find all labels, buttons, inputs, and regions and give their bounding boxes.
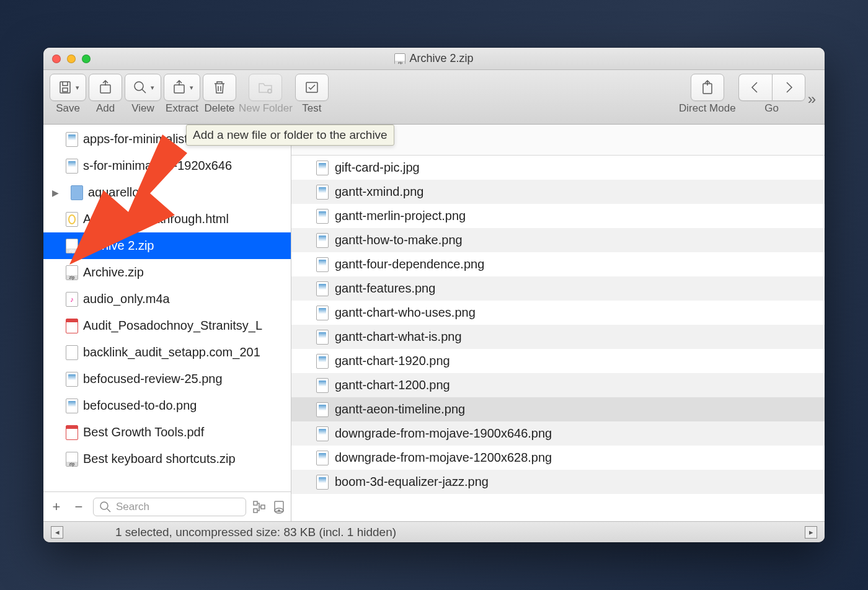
svg-point-9 [100, 502, 108, 509]
test-label: Test [302, 102, 321, 115]
file-row[interactable]: gantt-chart-1200.png [291, 373, 825, 397]
file-row[interactable]: gantt-four-dependence.png [291, 252, 825, 276]
svg-rect-4 [174, 85, 184, 93]
file-row[interactable]: gantt-chart-what-is.png [291, 325, 825, 349]
sidebar-item[interactable]: Audit_Posadochnoy_Stranitsy_L [43, 312, 291, 339]
image-file-icon [316, 402, 329, 417]
sidebar-item-label: befocused-review-25.png [83, 372, 223, 386]
sidebar-item[interactable]: s-for-minimalists-1920x646 [43, 152, 291, 179]
sidebar-list[interactable]: apps-for-minimalists-1200x628s-for-minim… [43, 125, 291, 491]
new-folder-button[interactable] [249, 74, 282, 101]
file-name-label: boom-3d-equalizer-jazz.png [335, 475, 489, 489]
search-icon [99, 500, 112, 514]
img-file-icon [66, 159, 78, 174]
add-button[interactable] [89, 74, 122, 101]
archive-icon [394, 53, 405, 64]
content-pane: Name gift-card-pic.jpggantt-xmind.pnggan… [291, 125, 825, 521]
direct-mode-icon [699, 79, 716, 96]
search-placeholder: Search [116, 501, 149, 513]
extract-button[interactable]: ▾ [164, 74, 200, 101]
view-label: View [131, 102, 154, 115]
file-row[interactable]: downgrade-from-mojave-1900x646.png [291, 421, 825, 446]
sidebar-item-label: backlink_audit_setapp.com_201 [83, 345, 260, 359]
sidebar-item-label: Best Growth Tools.pdf [83, 425, 204, 439]
status-left-button[interactable]: ◂ [51, 526, 63, 539]
status-text: 1 selected, uncompressed size: 83 KB (in… [63, 526, 805, 539]
chevron-down-icon: ▾ [190, 84, 193, 92]
extract-icon [170, 79, 188, 96]
sidebar-item-label: Archive.zip [83, 265, 144, 280]
go-back-button[interactable] [738, 74, 772, 101]
save-button[interactable]: ▾ [50, 74, 86, 101]
file-row[interactable]: gift-card-pic.jpg [291, 156, 825, 180]
delete-button[interactable] [203, 74, 236, 101]
file-name-label: gantt-features.png [335, 281, 435, 296]
sidebar-item[interactable]: ▶aquarello [43, 179, 291, 206]
save-label: Save [56, 102, 80, 115]
test-button[interactable] [295, 74, 329, 101]
file-row[interactable]: gantt-chart-1920.png [291, 349, 825, 373]
file-name-label: downgrade-from-mojave-1200x628.png [335, 451, 552, 465]
img-file-icon [66, 372, 78, 387]
file-row[interactable]: downgrade-from-mojave-1200x628.png [291, 446, 825, 470]
go-label: Go [764, 102, 779, 115]
sidebar-item[interactable]: befocused-to-do.png [43, 392, 291, 419]
zoom-window-button[interactable] [82, 55, 91, 63]
search-input[interactable]: Search [93, 498, 246, 516]
new-folder-label: New Folder [239, 102, 293, 115]
img-file-icon [66, 398, 78, 413]
trash-icon [211, 79, 228, 96]
sidebar-item[interactable]: Archive.zip [43, 259, 291, 286]
file-row[interactable]: boom-3d-equalizer-jazz.png [291, 470, 825, 494]
sidebar-item[interactable]: audio_only.m4a [43, 286, 291, 312]
file-row[interactable]: gantt-how-to-make.png [291, 228, 825, 252]
sidebar-item[interactable]: befocused-review-25.png [43, 366, 291, 392]
image-file-icon [316, 378, 329, 393]
pdf-file-icon [66, 319, 78, 333]
content-list[interactable]: gift-card-pic.jpggantt-xmind.pnggantt-me… [291, 156, 825, 521]
chevron-left-icon [746, 79, 764, 96]
add-label: Add [96, 102, 115, 115]
file-name-label: gantt-xmind.png [335, 185, 423, 199]
minimize-window-button[interactable] [67, 55, 76, 63]
blank-file-icon [66, 345, 78, 360]
svg-rect-11 [254, 509, 257, 513]
image-file-icon [316, 306, 329, 320]
image-file-icon [316, 233, 329, 248]
img-file-icon [66, 132, 78, 147]
titlebar[interactable]: Archive 2.zip [43, 48, 825, 70]
preview-icon[interactable] [272, 500, 286, 514]
file-name-label: gantt-merlin-project.png [335, 209, 466, 223]
window-title-text: Archive 2.zip [409, 52, 473, 65]
remove-item-button[interactable]: − [71, 499, 87, 515]
file-row[interactable]: gantt-features.png [291, 276, 825, 301]
new-folder-icon [257, 79, 274, 96]
direct-mode-button[interactable] [691, 74, 724, 101]
file-row[interactable]: gantt-merlin-project.png [291, 204, 825, 228]
go-forward-button[interactable] [772, 74, 805, 101]
window-title: Archive 2.zip [43, 52, 825, 65]
sidebar-item[interactable]: Best Growth Tools.pdf [43, 419, 291, 446]
disclosure-triangle-icon[interactable]: ▶ [52, 188, 60, 198]
add-item-button[interactable]: + [48, 499, 64, 515]
sidebar-item[interactable]: Archive 2.zip [43, 232, 291, 259]
toolbar-overflow-button[interactable]: » [808, 90, 818, 108]
file-name-label: gantt-how-to-make.png [335, 233, 463, 247]
view-button[interactable]: ▾ [125, 74, 161, 101]
file-row[interactable]: gantt-xmind.png [291, 180, 825, 204]
file-row[interactable]: gantt-aeon-timeline.png [291, 397, 825, 421]
sidebar-item[interactable]: Best keyboard shortcuts.zip [43, 446, 291, 472]
sidebar-item[interactable]: backlink_audit_setapp.com_201 [43, 339, 291, 366]
tooltip: Add a new file or folder to the archive [186, 125, 394, 146]
close-window-button[interactable] [52, 55, 61, 63]
hierarchy-icon[interactable] [252, 500, 266, 514]
file-row[interactable]: gantt-chart-who-uses.png [291, 301, 825, 325]
status-right-button[interactable]: ▸ [805, 526, 817, 539]
sidebar-item[interactable]: AquareloWalkthrough.html [43, 206, 291, 232]
view-icon [131, 79, 149, 96]
test-icon [303, 79, 321, 96]
svg-rect-2 [100, 85, 110, 93]
file-name-label: gantt-chart-what-is.png [335, 330, 462, 344]
file-name-label: downgrade-from-mojave-1900x646.png [335, 426, 552, 441]
sidebar-item-label: AquareloWalkthrough.html [83, 212, 229, 226]
